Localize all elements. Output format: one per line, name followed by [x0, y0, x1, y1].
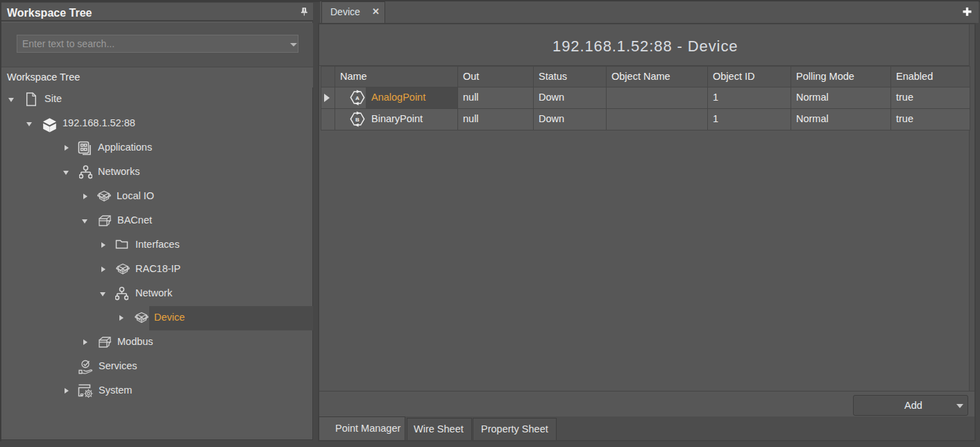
svg-text:B: B	[355, 117, 360, 123]
svg-text:A: A	[355, 95, 360, 101]
